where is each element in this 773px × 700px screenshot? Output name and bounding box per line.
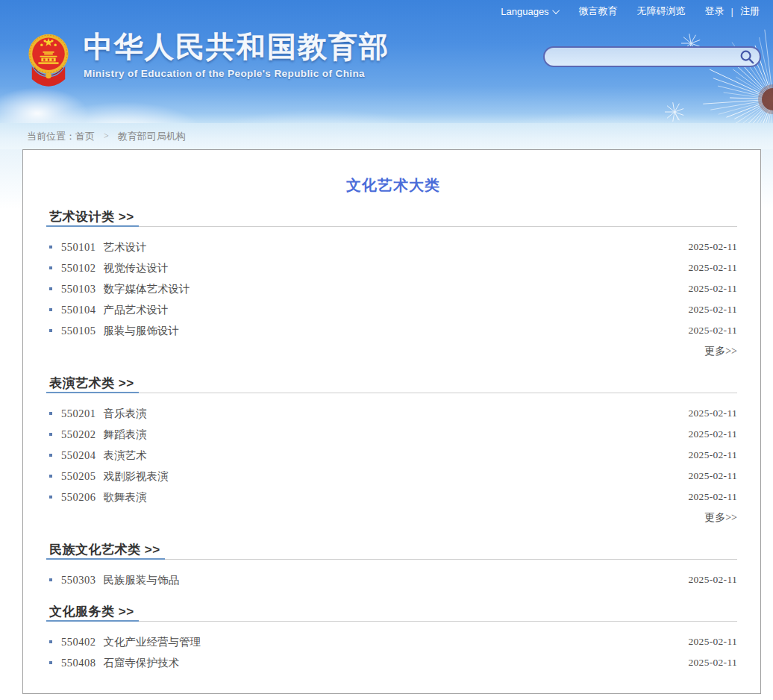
list-item: 550102 视觉传达设计 2025-02-11 (49, 257, 737, 278)
item-link[interactable]: 550104 产品艺术设计 (61, 303, 169, 317)
section: 民族文化艺术类 >> 550303 民族服装与饰品 2025-02-11 (49, 543, 737, 590)
section-title-link[interactable]: 表演艺术类 >> (49, 376, 134, 391)
item-date: 2025-02-11 (689, 325, 738, 337)
item-code: 550201 (61, 407, 96, 420)
item-code: 550104 (61, 304, 96, 316)
square-bullet-icon (49, 475, 52, 478)
breadcrumb-separator: > (104, 131, 109, 142)
item-name: 戏剧影视表演 (104, 469, 169, 484)
item-name: 数字媒体艺术设计 (104, 282, 190, 296)
sections: 艺术设计类 >> 550101 艺术设计 2025-02-11 550102 视… (49, 210, 737, 673)
item-code: 550408 (61, 657, 96, 669)
section-header: 民族文化艺术类 >> (49, 543, 737, 560)
item-name: 民族服装与饰品 (104, 573, 180, 587)
section-rows: 550303 民族服装与饰品 2025-02-11 (49, 569, 737, 590)
item-link[interactable]: 550402 文化产业经营与管理 (61, 635, 201, 649)
list-item: 550201 音乐表演 2025-02-11 (49, 403, 737, 424)
item-code: 550402 (61, 636, 96, 649)
square-bullet-icon (49, 308, 52, 311)
item-link[interactable]: 550103 数字媒体艺术设计 (61, 282, 190, 296)
item-name: 音乐表演 (104, 407, 147, 421)
square-bullet-icon (49, 287, 52, 290)
more-link[interactable]: 更多>> (704, 345, 737, 358)
item-link[interactable]: 550303 民族服装与饰品 (61, 573, 179, 587)
square-bullet-icon (49, 640, 52, 643)
item-code: 550102 (61, 262, 96, 275)
page-title: 文化艺术大类 (49, 175, 737, 195)
topbar-link-accessible[interactable]: 无障碍浏览 (637, 4, 686, 18)
item-link[interactable]: 550102 视觉传达设计 (61, 261, 169, 275)
site-logo[interactable]: 中华人民共和国教育部 Ministry of Education of the … (27, 30, 389, 90)
search-box (543, 46, 761, 67)
language-menu[interactable]: Languages (501, 6, 559, 17)
section-title-link[interactable]: 文化服务类 >> (49, 604, 134, 619)
item-name: 服装与服饰设计 (104, 324, 180, 338)
site-title-en: Ministry of Education of the People's Re… (84, 68, 389, 79)
item-link[interactable]: 550204 表演艺术 (61, 449, 147, 463)
content-card: 文化艺术大类 艺术设计类 >> 550101 艺术设计 2025-02-11 5… (22, 149, 761, 694)
item-date: 2025-02-11 (689, 262, 738, 274)
section-rows: 550201 音乐表演 2025-02-11 550202 舞蹈表演 2025-… (49, 403, 737, 528)
item-link[interactable]: 550408 石窟寺保护技术 (61, 656, 179, 670)
list-item: 550104 产品艺术设计 2025-02-11 (49, 299, 737, 320)
item-name: 表演艺术 (104, 449, 147, 463)
item-link[interactable]: 550101 艺术设计 (61, 240, 147, 254)
section-header: 文化服务类 >> (49, 604, 737, 622)
item-link[interactable]: 550205 戏剧影视表演 (61, 469, 169, 484)
item-link[interactable]: 550105 服装与服饰设计 (61, 324, 179, 338)
national-emblem-icon (27, 30, 70, 90)
square-bullet-icon (49, 454, 52, 457)
section-title-link[interactable]: 艺术设计类 >> (49, 210, 134, 225)
item-date: 2025-02-11 (689, 470, 738, 482)
item-date: 2025-02-11 (689, 449, 738, 461)
section: 表演艺术类 >> 550201 音乐表演 2025-02-11 550202 舞… (49, 376, 737, 528)
register-link[interactable]: 注册 (740, 4, 760, 18)
item-date: 2025-02-11 (689, 428, 738, 440)
list-item: 550103 数字媒体艺术设计 2025-02-11 (49, 278, 737, 299)
item-name: 舞蹈表演 (104, 428, 147, 442)
square-bullet-icon (49, 412, 52, 415)
list-item: 550101 艺术设计 2025-02-11 (49, 237, 737, 257)
topbar-separator: | (731, 6, 733, 17)
item-link[interactable]: 550202 舞蹈表演 (61, 428, 147, 442)
section: 文化服务类 >> 550402 文化产业经营与管理 2025-02-11 550… (49, 604, 737, 673)
search-input[interactable] (545, 48, 739, 66)
breadcrumb: 当前位置： 首页 > 教育部司局机构 (0, 123, 773, 149)
item-date: 2025-02-11 (689, 657, 738, 669)
item-date: 2025-02-11 (689, 283, 738, 295)
item-name: 产品艺术设计 (104, 303, 169, 317)
item-code: 550204 (61, 449, 96, 462)
square-bullet-icon (49, 661, 52, 664)
item-link[interactable]: 550206 歌舞表演 (61, 490, 147, 504)
site-header: Languages 微言教育 无障碍浏览 登录 | 注册 (0, 0, 773, 123)
square-bullet-icon (49, 496, 52, 499)
section-rows: 550101 艺术设计 2025-02-11 550102 视觉传达设计 202… (49, 237, 737, 362)
chevron-down-icon (552, 7, 560, 14)
section-title-link[interactable]: 民族文化艺术类 >> (49, 543, 160, 557)
item-date: 2025-02-11 (689, 636, 738, 648)
breadcrumb-prefix: 当前位置： (27, 130, 75, 143)
more-link[interactable]: 更多>> (704, 511, 737, 525)
square-bullet-icon (49, 246, 52, 249)
topbar: Languages 微言教育 无障碍浏览 登录 | 注册 (501, 0, 760, 22)
language-menu-label: Languages (501, 6, 548, 17)
login-link[interactable]: 登录 (705, 4, 725, 18)
square-bullet-icon (49, 578, 52, 581)
item-date: 2025-02-11 (689, 491, 738, 503)
breadcrumb-home-link[interactable]: 首页 (75, 130, 95, 143)
item-date: 2025-02-11 (689, 574, 738, 586)
list-item: 550204 表演艺术 2025-02-11 (49, 445, 737, 466)
section-rows: 550402 文化产业经营与管理 2025-02-11 550408 石窟寺保护… (49, 631, 737, 673)
more-row: 更多>> (49, 341, 737, 362)
topbar-link-weiyan[interactable]: 微言教育 (579, 4, 618, 18)
breadcrumb-current-link[interactable]: 教育部司局机构 (118, 130, 186, 143)
item-link[interactable]: 550201 音乐表演 (61, 407, 147, 421)
section: 艺术设计类 >> 550101 艺术设计 2025-02-11 550102 视… (49, 210, 737, 362)
more-row: 更多>> (49, 507, 737, 528)
list-item: 550402 文化产业经营与管理 2025-02-11 (49, 631, 737, 652)
square-bullet-icon (49, 433, 52, 436)
search-icon[interactable] (739, 49, 755, 65)
list-item: 550408 石窟寺保护技术 2025-02-11 (49, 652, 737, 673)
square-bullet-icon (49, 329, 52, 332)
site-title-cn: 中华人民共和国教育部 (84, 30, 389, 64)
